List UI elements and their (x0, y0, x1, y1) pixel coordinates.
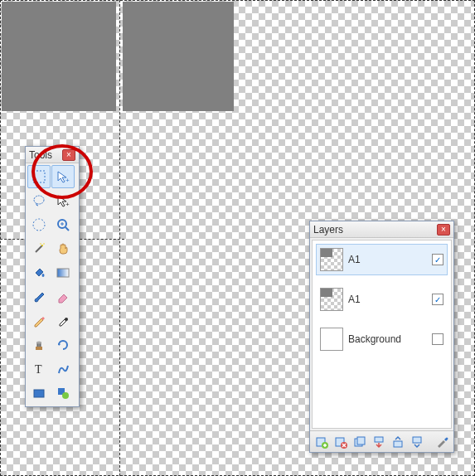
layer-name: Background (348, 333, 427, 345)
tools-grid: + + T (26, 163, 79, 406)
svg-text:+: + (65, 201, 70, 208)
layer-row[interactable]: Background (316, 323, 448, 355)
layer-row[interactable]: A1 ✓ (316, 284, 448, 315)
image-tile-2 (123, 2, 234, 111)
layers-panel: Layers × A1 ✓ A1 ✓ Background (309, 221, 454, 453)
tool-zoom[interactable] (51, 213, 75, 236)
tools-panel-title: Tools (29, 149, 52, 161)
tool-eraser[interactable] (51, 285, 75, 308)
svg-point-2 (34, 196, 44, 204)
svg-rect-0 (33, 171, 45, 182)
layer-name: A1 (348, 294, 427, 305)
tool-clone-stamp[interactable] (27, 333, 51, 357)
svg-line-6 (65, 227, 69, 231)
svg-rect-34 (413, 437, 421, 443)
svg-line-9 (36, 245, 42, 252)
layer-properties-button[interactable] (433, 434, 451, 450)
tool-line[interactable] (51, 357, 75, 381)
layer-merge-down-button[interactable] (370, 434, 388, 450)
layer-delete-button[interactable] (332, 434, 350, 450)
layer-thumbnail (320, 328, 343, 351)
tool-recolor[interactable] (51, 333, 75, 357)
svg-text:+: + (65, 177, 70, 184)
svg-point-4 (33, 219, 45, 231)
svg-point-10 (41, 245, 43, 246)
layers-close-button[interactable]: × (437, 224, 450, 236)
tool-move-selection[interactable]: + (51, 165, 75, 188)
close-icon: × (441, 226, 446, 234)
svg-rect-32 (375, 437, 383, 442)
tool-text[interactable]: T (27, 357, 51, 381)
svg-point-17 (36, 342, 41, 344)
svg-point-15 (65, 318, 68, 321)
tool-move[interactable]: + (51, 189, 75, 212)
svg-rect-31 (357, 437, 365, 444)
tool-lasso[interactable] (27, 189, 51, 212)
svg-rect-16 (36, 347, 42, 350)
layers-panel-title: Layers (313, 224, 343, 236)
tools-close-button[interactable]: × (62, 149, 75, 161)
tool-shapes-combo[interactable] (51, 381, 75, 405)
layer-move-down-button[interactable] (408, 434, 426, 450)
image-tile-1 (2, 2, 116, 111)
layer-thumbnail (320, 248, 343, 271)
svg-point-21 (62, 392, 69, 399)
svg-point-11 (43, 243, 44, 244)
layers-panel-titlebar[interactable]: Layers × (310, 221, 453, 238)
svg-rect-19 (34, 390, 44, 397)
tool-magic-wand[interactable] (27, 237, 51, 260)
layer-add-button[interactable] (313, 434, 331, 450)
canvas-guide-vertical (119, 0, 120, 476)
tools-panel: Tools × + + T (25, 146, 80, 407)
layer-thumbnail (320, 288, 343, 311)
tool-paintbrush[interactable] (27, 285, 51, 308)
layer-move-up-button[interactable] (389, 434, 407, 450)
tools-panel-titlebar[interactable]: Tools × (26, 147, 79, 163)
layer-visibility-checkbox[interactable]: ✓ (432, 254, 443, 265)
layers-list: A1 ✓ A1 ✓ Background (312, 240, 452, 429)
tool-ellipse-select[interactable] (27, 213, 51, 236)
tool-pan[interactable] (51, 237, 75, 260)
close-icon: × (66, 151, 71, 159)
layer-name: A1 (348, 254, 427, 265)
layers-footer (310, 430, 453, 452)
layer-row[interactable]: A1 ✓ (316, 244, 448, 275)
check-icon: ✓ (434, 255, 441, 265)
svg-text:T: T (35, 363, 42, 376)
layer-visibility-checkbox[interactable] (432, 333, 443, 345)
tool-shapes-rect[interactable] (27, 381, 51, 405)
tool-rectangle-select[interactable] (27, 165, 51, 188)
tool-pencil[interactable] (27, 309, 51, 333)
tool-gradient[interactable] (51, 261, 75, 284)
svg-point-13 (42, 274, 45, 277)
layer-duplicate-button[interactable] (351, 434, 369, 450)
check-icon: ✓ (434, 295, 441, 304)
svg-point-12 (40, 243, 41, 244)
tool-color-picker[interactable] (51, 309, 75, 333)
layer-visibility-checkbox[interactable]: ✓ (432, 294, 443, 305)
svg-rect-14 (57, 269, 69, 277)
svg-rect-33 (394, 441, 402, 447)
tool-paint-bucket[interactable] (27, 261, 51, 284)
